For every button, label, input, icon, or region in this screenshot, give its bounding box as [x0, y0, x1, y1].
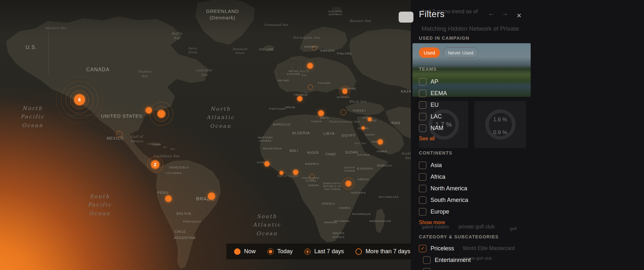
marker-count: 6 — [78, 97, 81, 102]
section-used-in-campaign: USED IN CAMPAIGN — [419, 35, 469, 41]
continents-options: AsiaAfricaNorth AmericaSouth AmericaEuro… — [419, 159, 532, 217]
legend-label: Now — [244, 248, 256, 255]
checkbox-label: Europe — [431, 208, 449, 215]
map-marker[interactable] — [264, 161, 270, 166]
checkbox-label: South America — [431, 197, 468, 204]
checkbox[interactable] — [419, 113, 426, 120]
chip-used[interactable]: Used — [419, 47, 440, 58]
chip-never-used[interactable]: Never Used — [443, 47, 478, 58]
marker-ripple-ring — [342, 177, 355, 190]
map-marker[interactable] — [308, 85, 313, 90]
map-control[interactable] — [399, 12, 413, 23]
checkbox-row[interactable]: Entertainment — [423, 254, 532, 266]
checkbox[interactable] — [419, 101, 426, 109]
checkbox-row[interactable]: Asia — [419, 159, 532, 171]
checkbox[interactable]: ✓ — [419, 245, 426, 252]
legend-dot-ring2-icon — [304, 248, 311, 255]
map-marker[interactable]: 2 — [151, 160, 159, 169]
section-categories: CATEGORY & SUBCATEGORIES — [419, 234, 499, 239]
checkbox-label: EEMA — [431, 90, 447, 97]
legend-item[interactable]: Last 7 days — [304, 248, 344, 255]
checkbox[interactable] — [419, 185, 426, 192]
map-marker[interactable] — [279, 171, 283, 175]
map-marker[interactable] — [362, 126, 365, 130]
checkbox-row[interactable]: Europe — [419, 206, 532, 217]
filters-content: Filters ✕ USED IN CAMPAIGN UsedNever Use… — [419, 0, 532, 270]
marker-ripple-ring — [339, 86, 350, 97]
legend-label: Last 7 days — [314, 248, 344, 255]
map-marker[interactable] — [208, 193, 215, 200]
checkbox[interactable] — [419, 208, 426, 215]
map-marker[interactable] — [342, 89, 347, 94]
checkbox-row[interactable]: NAM — [419, 122, 532, 134]
checkbox-label: NAM — [431, 125, 443, 132]
checkbox[interactable] — [423, 268, 431, 270]
map-marker[interactable] — [312, 45, 317, 51]
checkbox[interactable] — [419, 78, 426, 85]
section-continents: CONTINENTS — [419, 150, 452, 155]
checkbox-row[interactable] — [423, 266, 532, 270]
legend-ring-icon — [355, 248, 362, 255]
close-icon[interactable]: ✕ — [515, 12, 523, 19]
checkbox-label: AP — [431, 78, 438, 85]
marker-ripple-ring — [149, 102, 173, 126]
checkbox-label: EU — [431, 102, 439, 108]
section-teams: TEAMS — [419, 66, 437, 72]
map-marker[interactable] — [340, 109, 346, 115]
campaign-chips: UsedNever Used — [419, 47, 478, 58]
checkbox-row[interactable]: EEMA — [419, 87, 532, 99]
map-marker[interactable] — [307, 63, 313, 69]
filters-panel: 1 of 2 micro-trend as of ← → Matching Hi… — [411, 0, 644, 270]
checkbox-row[interactable]: Africa — [419, 171, 532, 183]
checkbox[interactable] — [419, 173, 426, 181]
map-legend: NowTodayLast 7 daysMore than 7 days ago — [226, 244, 411, 259]
checkbox[interactable] — [419, 162, 426, 169]
checkbox[interactable] — [419, 125, 426, 132]
micro-trends-map-app: GREENLAND (Denmark)U.S.CANADAUNITED STAT… — [0, 0, 644, 270]
checkbox[interactable] — [423, 256, 431, 264]
map-marker[interactable] — [368, 117, 372, 121]
checkbox-label: Entertainment — [435, 257, 471, 264]
checkbox-label: LAC — [431, 113, 442, 120]
map-marker[interactable] — [297, 96, 302, 101]
map-marker[interactable]: 6 — [74, 94, 85, 105]
checkbox-label: Africa — [431, 174, 445, 180]
categories-options: ✓PricelessEntertainment — [419, 243, 532, 270]
checkbox[interactable] — [419, 90, 426, 97]
map-marker[interactable] — [378, 139, 383, 145]
checkbox-label: Asia — [431, 162, 442, 169]
checkbox-label: Priceless — [431, 245, 454, 252]
map-marker[interactable] — [293, 170, 298, 175]
filters-title: Filters — [419, 9, 445, 19]
marker-count: 2 — [154, 162, 156, 167]
checkbox-label: North America — [431, 185, 467, 192]
legend-label: More than 7 days ago — [365, 248, 411, 255]
legend-filled-icon — [234, 248, 241, 255]
checkbox-row[interactable]: North America — [419, 183, 532, 194]
checkbox-row[interactable]: LAC — [419, 111, 532, 122]
map-marker[interactable] — [318, 110, 324, 116]
legend-item[interactable]: Now — [234, 248, 256, 255]
map-marker[interactable] — [165, 195, 172, 202]
map-marker[interactable] — [157, 110, 165, 118]
map-marker[interactable] — [309, 174, 315, 180]
show-more-link[interactable]: Show more — [419, 220, 445, 225]
checkbox-row[interactable]: ✓Priceless — [419, 243, 532, 254]
map-marker[interactable] — [346, 181, 351, 186]
map-marker[interactable] — [116, 131, 123, 137]
legend-item[interactable]: More than 7 days ago — [355, 248, 411, 255]
legend-item[interactable]: Today — [267, 248, 293, 255]
see-all-link[interactable]: See all — [419, 136, 435, 142]
checkbox[interactable] — [419, 196, 426, 204]
checkbox-row[interactable]: South America — [419, 194, 532, 206]
legend-label: Today — [277, 248, 293, 255]
legend-dot-ring-icon — [267, 248, 274, 255]
checkbox-row[interactable]: AP — [419, 76, 532, 87]
checkbox-row[interactable]: EU — [419, 99, 532, 111]
teams-options: APEEMAEULACNAM — [419, 76, 532, 134]
